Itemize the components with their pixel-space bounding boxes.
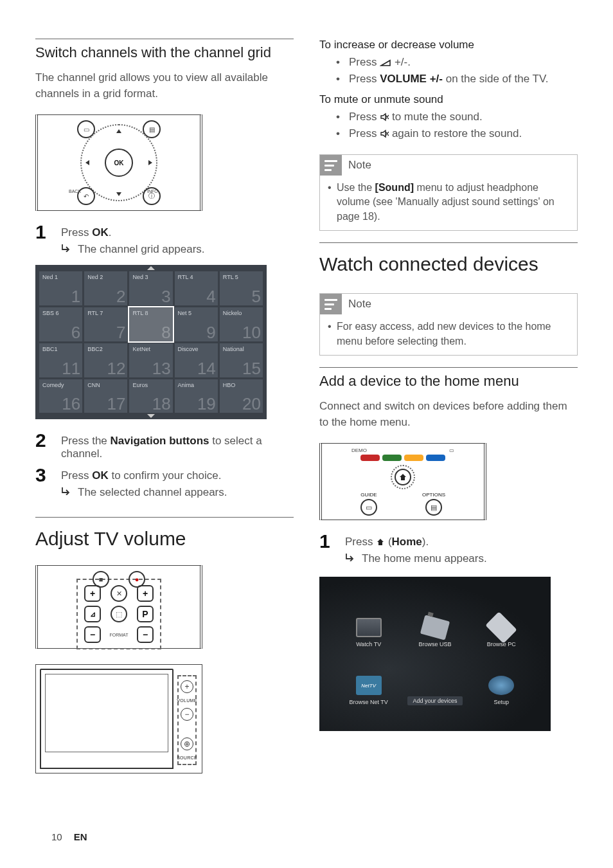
tile-browse-pc: Browse PC <box>472 596 531 647</box>
step-1-home: 1 Press (Home). The home menu appears. <box>319 532 578 565</box>
home-icon <box>376 538 385 547</box>
note-text: Use the [Sound] menu to adjust headphone… <box>328 181 569 224</box>
blue-button-icon <box>426 455 445 461</box>
channel-cell: Euros18 <box>129 379 172 413</box>
bullet-mute: Press to mute the sound. <box>336 109 578 125</box>
result-arrow-icon <box>61 243 71 252</box>
prog-p-icon: P <box>137 606 154 622</box>
bullet-vol-remote: Press +/-. <box>336 54 578 71</box>
note-add-devices: Note For easy access, add new devices to… <box>319 293 578 356</box>
mute-icon <box>380 113 389 122</box>
channel-cell: RTL 88 <box>129 307 172 341</box>
channel-cell: BBC111 <box>39 343 82 377</box>
heading-adjust-volume: Adjust TV volume <box>35 528 294 550</box>
page-lang: EN <box>74 831 87 842</box>
step-result: The selected channel appears. <box>78 486 227 499</box>
channel-cell: HBO20 <box>220 379 263 413</box>
tile-watch-tv: Watch TV <box>339 596 398 647</box>
figure-remote-volume: ■ ● + ✕ + ⊿ ⬚ P − FORMAT − <box>35 565 202 649</box>
guide-label: GUIDE <box>360 492 377 498</box>
prog-minus-icon: − <box>137 626 154 643</box>
channel-cell: Nickelo10 <box>220 307 263 341</box>
vol-minus-icon: − <box>84 626 101 643</box>
tv-source-label: SOURCE <box>177 755 197 760</box>
guide-icon: ▭ <box>360 499 377 516</box>
subhead-inc-dec-volume: To increase or decrease volume <box>319 39 578 51</box>
note-icon <box>320 155 342 176</box>
tv-vol-plus-icon: + <box>181 680 193 693</box>
note-text: For easy access, add new devices to the … <box>328 320 569 348</box>
note-title: Note <box>348 298 371 311</box>
page-footer: 10 EN <box>51 831 87 842</box>
step-number: 1 <box>35 222 52 256</box>
subhead-mute: To mute or unmute sound <box>319 93 578 106</box>
channel-cell: KetNet13 <box>129 343 172 377</box>
mute-icon <box>380 129 389 138</box>
figure-home-menu: Watch TV Browse USB Browse PC NetTVBrows… <box>319 577 551 731</box>
bullet-unmute: Press again to restore the sound. <box>336 125 578 142</box>
figure-remote-dpad: ▭ ▤ OK ↶ BACK ⓘ INFO <box>35 114 202 211</box>
step-number: 2 <box>35 431 52 460</box>
channel-cell: RTL 44 <box>175 271 218 305</box>
channel-cell: National15 <box>220 343 263 377</box>
channel-cell: Anima19 <box>175 379 218 413</box>
step-text: Press <box>61 226 92 239</box>
home-icon <box>398 473 407 482</box>
format-icon: ⬚ <box>111 606 127 622</box>
stop-icon: ■ <box>93 571 109 588</box>
tile-setup: Setup <box>472 654 531 705</box>
vol-icon: ⊿ <box>84 606 101 622</box>
step-result: The home menu appears. <box>362 552 487 565</box>
demo-label: DEMO <box>351 448 367 453</box>
step-1: 1 Press OK. The channel grid appears. <box>35 222 294 256</box>
step-result: The channel grid appears. <box>78 243 205 256</box>
figure-tv-side: + VOLUME − ⊕ SOURCE <box>35 664 202 773</box>
note-title: Note <box>348 159 371 172</box>
ok-label: OK <box>92 226 109 239</box>
heading-add-device: Add a device to the home menu <box>319 373 578 390</box>
channel-cell: CNN17 <box>84 379 127 413</box>
tv-source-icon: ⊕ <box>181 737 193 750</box>
figure-remote-home: DEMO ▭ GUIDE ▭ <box>319 443 486 520</box>
record-icon: ● <box>129 571 145 588</box>
back-label: BACK <box>69 189 81 194</box>
volume-triangle-icon <box>380 59 391 67</box>
options-icon: ▤ <box>425 499 442 516</box>
bullet-vol-side: Press VOLUME +/- on the side of the TV. <box>336 71 578 87</box>
channel-cell: Ned 22 <box>84 271 127 305</box>
red-button-icon <box>360 455 380 461</box>
channel-cell: Discove14 <box>175 343 218 377</box>
page-number: 10 <box>51 831 62 842</box>
channel-cell: RTL 77 <box>84 307 127 341</box>
step-number: 1 <box>319 532 336 565</box>
note-icon <box>320 294 342 314</box>
text-grid-intro: The channel grid allows you to view all … <box>35 70 294 102</box>
tv-volume-label: VOLUME <box>177 698 197 703</box>
heading-watch-devices: Watch connected devices <box>319 253 578 275</box>
home-button <box>391 465 415 489</box>
channel-cell: RTL 55 <box>220 271 263 305</box>
result-arrow-icon <box>345 552 355 561</box>
step-number: 3 <box>35 466 52 499</box>
tv-icon: ▭ <box>449 448 454 453</box>
channel-cell: Net 59 <box>175 307 218 341</box>
format-label: FORMAT <box>109 633 128 637</box>
figure-channel-grid: Ned 11Ned 22Ned 33RTL 44RTL 55SBS 66RTL … <box>35 265 267 419</box>
heading-channel-grid: Switch channels with the channel grid <box>35 44 294 61</box>
channel-cell: BBC212 <box>84 343 127 377</box>
options-label: OPTIONS <box>422 492 445 498</box>
ok-button: OK <box>105 149 133 177</box>
tile-browse-usb: Browse USB <box>405 596 465 647</box>
channel-cell: Comedy16 <box>39 379 82 413</box>
tile-add-devices: Add your devices <box>405 654 465 705</box>
step-2: 2 Press the Navigation buttons to select… <box>35 431 294 460</box>
nav-buttons-label: Navigation buttons <box>111 435 209 447</box>
step-3: 3 Press OK to confirm your choice. The s… <box>35 466 294 499</box>
result-arrow-icon <box>61 486 71 495</box>
channel-cell: Ned 11 <box>39 271 82 305</box>
tile-browse-net-tv: NetTVBrowse Net TV <box>339 654 398 705</box>
text-add-intro: Connect and switch on devices before add… <box>319 399 578 430</box>
yellow-button-icon <box>404 455 423 461</box>
green-button-icon <box>382 455 402 461</box>
note-sound-menu: Note Use the [Sound] menu to adjust head… <box>319 154 578 231</box>
